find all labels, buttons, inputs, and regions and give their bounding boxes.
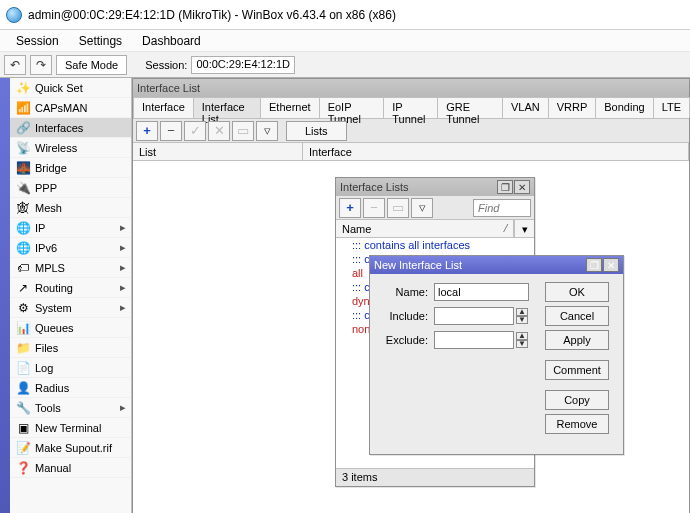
name-label: Name: bbox=[378, 286, 428, 298]
sidebar-icon: 🌐 bbox=[15, 240, 31, 256]
app-icon bbox=[6, 7, 22, 23]
sidebar-stripe bbox=[0, 78, 10, 513]
tab-eoip-tunnel[interactable]: EoIP Tunnel bbox=[319, 97, 385, 118]
interface-list-title: Interface List bbox=[137, 82, 200, 94]
filter-button[interactable]: ▿ bbox=[411, 198, 433, 218]
tab-ethernet[interactable]: Ethernet bbox=[260, 97, 320, 118]
sort-indicator-icon: ∕ bbox=[505, 223, 507, 234]
undo-button[interactable]: ↶ bbox=[4, 55, 26, 75]
col-interface[interactable]: Interface bbox=[303, 143, 689, 160]
interface-list-tabs: InterfaceInterface ListEthernetEoIP Tunn… bbox=[133, 97, 689, 119]
tab-interface[interactable]: Interface bbox=[133, 97, 194, 118]
apply-button[interactable]: Apply bbox=[545, 330, 609, 350]
chevron-right-icon: ▸ bbox=[120, 281, 126, 294]
sidebar-icon: 👤 bbox=[15, 380, 31, 396]
sidebar-icon: 📡 bbox=[15, 140, 31, 156]
ok-button[interactable]: OK bbox=[545, 282, 609, 302]
sidebar-item-log[interactable]: 📄Log bbox=[10, 358, 131, 378]
include-spinner[interactable]: ▲▼ bbox=[516, 308, 528, 324]
exclude-spinner[interactable]: ▲▼ bbox=[516, 332, 528, 348]
sidebar-icon: 🌉 bbox=[15, 160, 31, 176]
comment-button[interactable]: Comment bbox=[545, 360, 609, 380]
sidebar-item-quick-set[interactable]: ✨Quick Set bbox=[10, 78, 131, 98]
columns-dropdown-button[interactable]: ▾ bbox=[514, 220, 534, 238]
include-label: Include: bbox=[378, 310, 428, 322]
sidebar-item-ipv6[interactable]: 🌐IPv6▸ bbox=[10, 238, 131, 258]
redo-button[interactable]: ↷ bbox=[30, 55, 52, 75]
tab-bonding[interactable]: Bonding bbox=[595, 97, 653, 118]
sidebar-item-ip[interactable]: 🌐IP▸ bbox=[10, 218, 131, 238]
sidebar-item-interfaces[interactable]: 🔗Interfaces bbox=[10, 118, 131, 138]
main-area: ✨Quick Set📶CAPsMAN🔗Interfaces📡Wireless🌉B… bbox=[0, 78, 690, 513]
sidebar-item-mesh[interactable]: 🕸Mesh bbox=[10, 198, 131, 218]
chevron-right-icon: ▸ bbox=[120, 221, 126, 234]
sidebar-item-label: Manual bbox=[35, 462, 71, 474]
remove-button[interactable]: − bbox=[363, 198, 385, 218]
sidebar-item-queues[interactable]: 📊Queues bbox=[10, 318, 131, 338]
new-interface-list-titlebar[interactable]: New Interface List ❐ ✕ bbox=[370, 256, 623, 274]
remove-button[interactable]: − bbox=[160, 121, 182, 141]
menubar: Session Settings Dashboard bbox=[0, 30, 690, 52]
remove-button[interactable]: Remove bbox=[545, 414, 609, 434]
tab-vlan[interactable]: VLAN bbox=[502, 97, 549, 118]
sidebar-item-routing[interactable]: ↗Routing▸ bbox=[10, 278, 131, 298]
close-icon[interactable]: ✕ bbox=[603, 258, 619, 272]
sidebar-item-label: CAPsMAN bbox=[35, 102, 88, 114]
comment-button[interactable]: ▭ bbox=[387, 198, 409, 218]
disable-button[interactable]: ✕ bbox=[208, 121, 230, 141]
enable-button[interactable]: ✓ bbox=[184, 121, 206, 141]
close-icon[interactable]: ✕ bbox=[514, 180, 530, 194]
sidebar-item-manual[interactable]: ❓Manual bbox=[10, 458, 131, 478]
sidebar-item-new-terminal[interactable]: ▣New Terminal bbox=[10, 418, 131, 438]
tab-gre-tunnel[interactable]: GRE Tunnel bbox=[437, 97, 503, 118]
menu-settings[interactable]: Settings bbox=[69, 32, 132, 50]
restore-icon[interactable]: ❐ bbox=[586, 258, 602, 272]
sidebar-item-files[interactable]: 📁Files bbox=[10, 338, 131, 358]
menu-dashboard[interactable]: Dashboard bbox=[132, 32, 211, 50]
sidebar-icon: 📁 bbox=[15, 340, 31, 356]
tab-vrrp[interactable]: VRRP bbox=[548, 97, 597, 118]
sidebar-icon: 🔌 bbox=[15, 180, 31, 196]
name-input[interactable] bbox=[434, 283, 529, 301]
sidebar-item-mpls[interactable]: 🏷MPLS▸ bbox=[10, 258, 131, 278]
sidebar-item-tools[interactable]: 🔧Tools▸ bbox=[10, 398, 131, 418]
cancel-button[interactable]: Cancel bbox=[545, 306, 609, 326]
filter-button[interactable]: ▿ bbox=[256, 121, 278, 141]
col-name[interactable]: Name ∕ bbox=[336, 220, 514, 237]
sidebar-icon: 🔗 bbox=[15, 120, 31, 136]
col-list[interactable]: List bbox=[133, 143, 303, 160]
sidebar-item-ppp[interactable]: 🔌PPP bbox=[10, 178, 131, 198]
tab-ip-tunnel[interactable]: IP Tunnel bbox=[383, 97, 438, 118]
sidebar-item-bridge[interactable]: 🌉Bridge bbox=[10, 158, 131, 178]
lists-button[interactable]: Lists bbox=[286, 121, 347, 141]
sidebar-item-label: IP bbox=[35, 222, 45, 234]
tab-lte[interactable]: LTE bbox=[653, 97, 690, 118]
find-input[interactable] bbox=[473, 199, 531, 217]
sidebar: ✨Quick Set📶CAPsMAN🔗Interfaces📡Wireless🌉B… bbox=[0, 78, 132, 513]
chevron-right-icon: ▸ bbox=[120, 401, 126, 414]
interface-lists-titlebar[interactable]: Interface Lists ❐ ✕ bbox=[336, 178, 534, 196]
menu-session[interactable]: Session bbox=[6, 32, 69, 50]
comment-button[interactable]: ▭ bbox=[232, 121, 254, 141]
interface-list-titlebar[interactable]: Interface List bbox=[133, 79, 689, 97]
sidebar-item-make-supout-rif[interactable]: 📝Make Supout.rif bbox=[10, 438, 131, 458]
exclude-label: Exclude: bbox=[378, 334, 428, 346]
window-titlebar: admin@00:0C:29:E4:12:1D (MikroTik) - Win… bbox=[0, 0, 690, 30]
safe-mode-button[interactable]: Safe Mode bbox=[56, 55, 127, 75]
sidebar-item-wireless[interactable]: 📡Wireless bbox=[10, 138, 131, 158]
copy-button[interactable]: Copy bbox=[545, 390, 609, 410]
include-input[interactable] bbox=[434, 307, 514, 325]
tab-interface-list[interactable]: Interface List bbox=[193, 97, 261, 118]
main-toolbar: ↶ ↷ Safe Mode Session: 00:0C:29:E4:12:1D bbox=[0, 52, 690, 78]
add-button[interactable]: + bbox=[339, 198, 361, 218]
sidebar-item-label: MPLS bbox=[35, 262, 65, 274]
sidebar-item-system[interactable]: ⚙System▸ bbox=[10, 298, 131, 318]
sidebar-item-label: Tools bbox=[35, 402, 61, 414]
exclude-input[interactable] bbox=[434, 331, 514, 349]
interface-lists-header: Name ∕ ▾ bbox=[336, 220, 534, 238]
sidebar-item-capsman[interactable]: 📶CAPsMAN bbox=[10, 98, 131, 118]
sidebar-item-label: New Terminal bbox=[35, 422, 101, 434]
add-button[interactable]: + bbox=[136, 121, 158, 141]
restore-icon[interactable]: ❐ bbox=[497, 180, 513, 194]
sidebar-item-radius[interactable]: 👤Radius bbox=[10, 378, 131, 398]
